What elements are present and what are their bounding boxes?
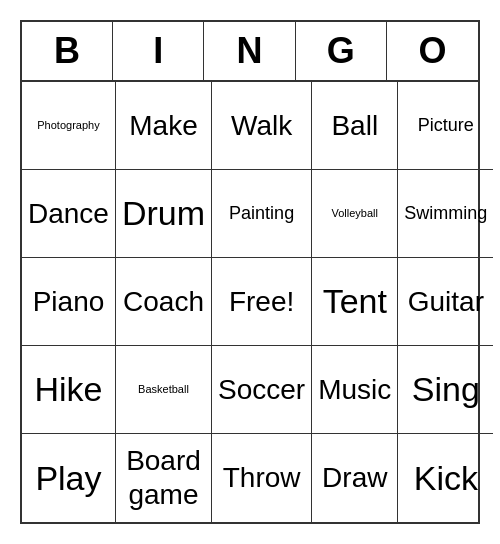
bingo-cell-6[interactable]: Drum (116, 170, 212, 258)
bingo-cell-21[interactable]: Board game (116, 434, 212, 522)
bingo-cell-text-12: Free! (229, 285, 294, 319)
bingo-cell-text-22: Throw (223, 461, 301, 495)
bingo-cell-1[interactable]: Make (116, 82, 212, 170)
bingo-cell-19[interactable]: Sing (398, 346, 493, 434)
bingo-cell-text-17: Soccer (218, 373, 305, 407)
bingo-cell-text-20: Play (35, 458, 101, 499)
bingo-cell-text-18: Music (318, 373, 391, 407)
bingo-cell-text-16: Basketball (138, 383, 189, 396)
bingo-cell-text-19: Sing (412, 369, 480, 410)
bingo-cell-text-4: Picture (418, 115, 474, 137)
bingo-cell-text-15: Hike (34, 369, 102, 410)
bingo-cell-text-10: Piano (33, 285, 105, 319)
bingo-cell-11[interactable]: Coach (116, 258, 212, 346)
bingo-cell-17[interactable]: Soccer (212, 346, 312, 434)
header-letter-o: O (387, 22, 478, 80)
bingo-cell-7[interactable]: Painting (212, 170, 312, 258)
bingo-cell-text-11: Coach (123, 285, 204, 319)
header-letter-b: B (22, 22, 113, 80)
bingo-cell-20[interactable]: Play (22, 434, 116, 522)
bingo-cell-22[interactable]: Throw (212, 434, 312, 522)
bingo-cell-23[interactable]: Draw (312, 434, 398, 522)
bingo-cell-14[interactable]: Guitar (398, 258, 493, 346)
bingo-cell-text-8: Volleyball (332, 207, 378, 220)
bingo-card: BINGO PhotographyMakeWalkBallPictureDanc… (20, 20, 480, 524)
bingo-cell-text-5: Dance (28, 197, 109, 231)
header-letter-n: N (204, 22, 295, 80)
bingo-header: BINGO (22, 22, 478, 82)
bingo-cell-text-14: Guitar (408, 285, 484, 319)
bingo-cell-text-21: Board game (126, 444, 201, 511)
bingo-cell-text-7: Painting (229, 203, 294, 225)
bingo-grid: PhotographyMakeWalkBallPictureDanceDrumP… (22, 82, 478, 522)
bingo-cell-13[interactable]: Tent (312, 258, 398, 346)
bingo-cell-4[interactable]: Picture (398, 82, 493, 170)
bingo-cell-text-13: Tent (323, 281, 387, 322)
bingo-cell-12[interactable]: Free! (212, 258, 312, 346)
bingo-cell-15[interactable]: Hike (22, 346, 116, 434)
bingo-cell-text-24: Kick (414, 458, 478, 499)
bingo-cell-text-1: Make (129, 109, 197, 143)
bingo-cell-text-2: Walk (231, 109, 292, 143)
header-letter-i: I (113, 22, 204, 80)
bingo-cell-text-6: Drum (122, 193, 205, 234)
bingo-cell-8[interactable]: Volleyball (312, 170, 398, 258)
bingo-cell-18[interactable]: Music (312, 346, 398, 434)
bingo-cell-text-23: Draw (322, 461, 387, 495)
bingo-cell-text-3: Ball (331, 109, 378, 143)
bingo-cell-0[interactable]: Photography (22, 82, 116, 170)
bingo-cell-16[interactable]: Basketball (116, 346, 212, 434)
bingo-cell-5[interactable]: Dance (22, 170, 116, 258)
bingo-cell-9[interactable]: Swimming (398, 170, 493, 258)
header-letter-g: G (296, 22, 387, 80)
bingo-cell-text-0: Photography (37, 119, 99, 132)
bingo-cell-24[interactable]: Kick (398, 434, 493, 522)
bingo-cell-text-9: Swimming (404, 203, 487, 225)
bingo-cell-3[interactable]: Ball (312, 82, 398, 170)
bingo-cell-2[interactable]: Walk (212, 82, 312, 170)
bingo-cell-10[interactable]: Piano (22, 258, 116, 346)
